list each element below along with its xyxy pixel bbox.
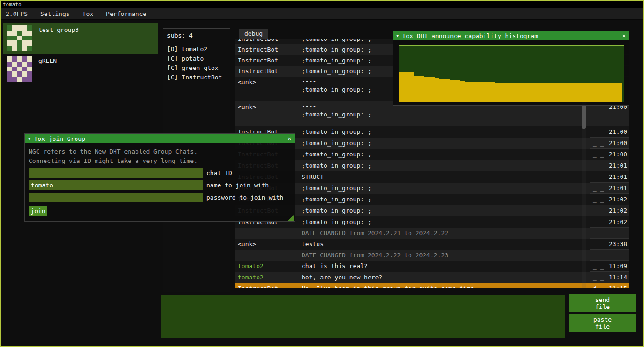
message-text: ;tomato_in_group: ; xyxy=(300,194,590,205)
join-input-chat-ID[interactable] xyxy=(29,168,203,178)
join-group-window: ▼ Tox join Group ✕ NGC refers to the New… xyxy=(24,133,295,222)
time-cell xyxy=(606,228,629,239)
collapse-icon[interactable]: ▼ xyxy=(396,33,399,38)
join-info-line: Connecting via ID might take a very long… xyxy=(29,156,291,166)
message-sender: InstructBot xyxy=(235,44,300,55)
message-time: 11:09 xyxy=(606,261,629,272)
close-icon[interactable]: ✕ xyxy=(288,135,291,142)
message-sender: InstructBot xyxy=(235,55,300,66)
join-button[interactable]: join xyxy=(29,206,47,216)
paste-file-button[interactable]: paste file xyxy=(569,314,636,332)
close-icon[interactable]: ✕ xyxy=(622,32,626,39)
message-time: 21:00 xyxy=(606,126,629,138)
member-item[interactable]: [C] green_qtox xyxy=(163,63,230,73)
message-text: ;tomato_in_group: ; xyxy=(300,126,590,138)
message-time: 23:38 xyxy=(606,239,629,250)
message-text: ;tomato_in_group: ; xyxy=(300,149,590,160)
member-item[interactable]: [C] InstructBot xyxy=(163,73,230,82)
histogram-bar xyxy=(495,83,500,102)
message-time: 11:14 xyxy=(606,272,629,283)
message-time: 21:02 xyxy=(606,205,629,216)
date-changed-row: DATE CHANGED from 2024.2.21 to 2024.2.22 xyxy=(235,228,629,239)
histogram-bar xyxy=(450,80,455,102)
sidebar-item-green[interactable]: gREEN xyxy=(3,54,158,83)
join-field-label: chat ID xyxy=(206,170,232,177)
window-title: tomato xyxy=(3,1,22,8)
histogram-bar xyxy=(521,83,526,102)
message-status: _ _ xyxy=(590,194,606,205)
join-input-password-to-join-with[interactable] xyxy=(29,193,203,202)
sidebar-item-test-group3[interactable]: test_group3 xyxy=(3,23,158,54)
join-field-label: name to join with xyxy=(206,182,269,189)
histogram-bar xyxy=(536,83,541,102)
histogram-bar xyxy=(607,83,612,102)
message-status: _ _ xyxy=(590,160,606,171)
chat-message-row[interactable]: InstructBotNo, I've been in this group f… xyxy=(235,283,629,288)
send-file-button[interactable]: send file xyxy=(569,294,636,312)
resize-grip[interactable] xyxy=(288,215,294,221)
menu-item-settings[interactable]: Settings xyxy=(40,10,70,17)
histogram-bar xyxy=(531,83,536,102)
sender-cell xyxy=(235,228,300,239)
join-info-line: NGC refers to the New DHT enabled Group … xyxy=(29,147,291,156)
window-titlebar[interactable]: tomato xyxy=(1,1,643,8)
collapse-icon[interactable]: ▼ xyxy=(28,136,30,141)
member-item[interactable]: [C] potato xyxy=(163,54,230,63)
histogram-plot xyxy=(399,45,624,102)
message-input[interactable] xyxy=(161,295,565,338)
histogram-bar xyxy=(430,77,435,102)
members-header: subs: 4 xyxy=(163,29,230,42)
message-status: d xyxy=(590,283,606,288)
histogram-bar xyxy=(435,78,440,102)
message-sender: tomato2 xyxy=(235,272,300,283)
chat-message-row[interactable]: tomato2bot, are you new here?_ _11:14 xyxy=(235,272,629,283)
message-sender: InstructBot xyxy=(235,66,300,77)
message-text: ;tomato_in_group: ; xyxy=(300,183,590,194)
dht-histogram-window-title: Tox DHT announce capability histogram xyxy=(402,32,619,39)
join-input-name-to-join-with[interactable] xyxy=(29,180,203,190)
status-cell xyxy=(590,228,606,239)
message-status: _ _ xyxy=(590,126,606,138)
chat-message-row[interactable]: <unk>testus_ _23:38 xyxy=(235,239,629,250)
group-avatar xyxy=(7,56,32,82)
message-text: STRUCT xyxy=(300,171,590,183)
histogram-bar xyxy=(500,83,506,102)
message-time: 21:00 xyxy=(606,138,629,149)
message-status: _ _ xyxy=(590,171,606,183)
message-status: _ _ xyxy=(590,149,606,160)
chat-message-row[interactable]: tomato2chat is this real?_ _11:09 xyxy=(235,261,629,272)
histogram-bar xyxy=(399,72,404,102)
dht-histogram-window: ▼ Tox DHT announce capability histogram … xyxy=(393,31,629,106)
histogram-bar xyxy=(404,72,409,102)
histogram-bar xyxy=(511,83,516,102)
message-status: _ _ xyxy=(590,261,606,272)
message-text: testus xyxy=(300,239,590,250)
menu-item-tox[interactable]: Tox xyxy=(83,10,93,17)
message-text: ;tomato_in_group: ; xyxy=(300,216,590,228)
menu-item-performance[interactable]: Performance xyxy=(106,10,146,17)
message-time: 11:15 xyxy=(606,283,629,288)
histogram-bar xyxy=(551,83,556,102)
histogram-bar xyxy=(561,83,567,102)
tab-debug[interactable]: debug xyxy=(239,29,268,39)
status-cell xyxy=(590,250,606,261)
histogram-bar xyxy=(617,83,622,102)
message-text: ;tomato_in_group: ; xyxy=(300,205,590,216)
histogram-bar xyxy=(475,82,480,102)
histogram-bar xyxy=(526,83,531,102)
dht-histogram-window-titlebar[interactable]: ▼ Tox DHT announce capability histogram … xyxy=(393,31,629,40)
fps-indicator: 2.0FPS xyxy=(6,10,28,17)
message-status: _ _ xyxy=(590,216,606,228)
member-item[interactable]: [D] tomato2 xyxy=(163,45,230,54)
date-changed-text: DATE CHANGED from 2024.2.22 to 2024.2.23 xyxy=(300,250,590,261)
message-time: 21:01 xyxy=(606,171,629,183)
message-status: _ _ xyxy=(590,272,606,283)
message-time: 21:02 xyxy=(606,216,629,228)
histogram-bar xyxy=(490,82,495,102)
join-group-window-titlebar[interactable]: ▼ Tox join Group ✕ xyxy=(25,134,295,143)
histogram-bar xyxy=(571,83,576,102)
histogram-bar xyxy=(556,83,561,102)
histogram-bar xyxy=(424,77,430,102)
join-field-row: name to join with xyxy=(29,179,291,191)
join-fields: chat IDname to join withpassword to join… xyxy=(29,167,291,203)
